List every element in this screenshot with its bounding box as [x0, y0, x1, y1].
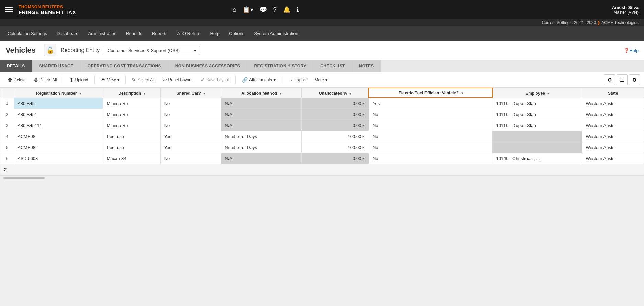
- task-dropdown-icon[interactable]: 📋▾: [243, 6, 253, 13]
- chat-icon[interactable]: 💬: [259, 6, 267, 13]
- tab-shared-usage[interactable]: SHARED USAGE: [32, 60, 81, 72]
- row-number: 2: [0, 109, 14, 120]
- tab-details[interactable]: DETAILS: [0, 60, 32, 72]
- cell-electric-vehicle: No: [369, 153, 492, 164]
- table-row[interactable]: 1A80 B45Minima R5NoN/A0.00%Yes10110 - Du…: [0, 98, 644, 109]
- attachments-dropdown-arrow: ▾: [274, 77, 276, 82]
- sum-label: Σ: [0, 164, 644, 176]
- cell-state: Western Austr: [582, 142, 644, 153]
- top-icons: ⌂ 📋▾ 💬 ? 🔔 ℹ: [233, 6, 299, 13]
- cell-unallocated-pct: 0.00%: [301, 120, 369, 131]
- col-electric-vehicle[interactable]: Electric/Fuel-Efficient Vehicle? ▾: [369, 88, 492, 98]
- more-dropdown-arrow: ▾: [325, 77, 327, 82]
- cell-description: Minima R5: [103, 120, 160, 131]
- cell-reg-num: ASD 5603: [14, 153, 103, 164]
- hamburger-menu[interactable]: [5, 7, 13, 12]
- reset-layout-button[interactable]: ↩ Reset Layout: [159, 75, 196, 84]
- table-row[interactable]: 2A80 B451Minima R5NoN/A0.00%No10110 - Du…: [0, 109, 644, 120]
- tabs-bar: DETAILS SHARED USAGE OPERATING COST TRAN…: [0, 60, 644, 72]
- col-employee[interactable]: Employee ▾: [492, 88, 582, 98]
- tab-operating-cost-transactions[interactable]: OPERATING COST TRANSACTIONS: [81, 60, 168, 72]
- cell-electric-vehicle: No: [369, 109, 492, 120]
- filter-icon-button[interactable]: ⚙: [604, 74, 615, 85]
- cell-unallocated-pct: 0.00%: [301, 109, 369, 120]
- table-row[interactable]: 3A80 B45111Minima R5NoN/A0.00%No10110 - …: [0, 120, 644, 131]
- settings-bar: Current Settings: 2022 - 2023 ❯ ACME Tec…: [0, 19, 644, 26]
- col-shared-car[interactable]: Shared Car? ▾: [160, 88, 221, 98]
- tab-checklist[interactable]: CHECKLIST: [313, 60, 352, 72]
- cell-employee: [492, 131, 582, 142]
- separator-3: [125, 76, 126, 84]
- table-container[interactable]: Registration Number ▾ Description ▾ Shar…: [0, 88, 644, 176]
- reporting-entity-dropdown-arrow: ▾: [194, 48, 196, 53]
- horizontal-scrollbar[interactable]: [0, 176, 644, 180]
- cell-reg-num: A80 B45111: [14, 120, 103, 131]
- col-row-num: [0, 88, 14, 98]
- nav-reports[interactable]: Reports: [147, 26, 173, 41]
- export-button[interactable]: → Export: [285, 75, 310, 84]
- select-all-button[interactable]: ✎ Select All: [129, 75, 158, 84]
- cell-shared-car: No: [160, 153, 221, 164]
- cell-reg-num: A80 B45: [14, 98, 103, 109]
- vehicles-table: Registration Number ▾ Description ▾ Shar…: [0, 88, 644, 176]
- bell-icon[interactable]: 🔔: [283, 6, 290, 13]
- nav-benefits[interactable]: Benefits: [121, 26, 147, 41]
- col-unallocated-pct[interactable]: Unallocated % ▾: [301, 88, 369, 98]
- cell-description: Maxxa X4: [103, 153, 160, 164]
- help-circle-icon[interactable]: ?: [273, 6, 277, 13]
- nav-options[interactable]: Options: [224, 26, 249, 41]
- col-description[interactable]: Description ▾: [103, 88, 160, 98]
- delete-button[interactable]: 🗑 Delete: [4, 75, 29, 84]
- cell-electric-vehicle: No: [369, 142, 492, 153]
- tab-non-business-accessories[interactable]: NON BUSINESS ACCESSORIES: [168, 60, 247, 72]
- row-number: 1: [0, 98, 14, 109]
- cell-description: Pool use: [103, 142, 160, 153]
- attachments-button[interactable]: 🔗 Attachments ▾: [238, 75, 279, 84]
- attachment-icon: 🔗: [242, 77, 248, 83]
- export-icon: →: [288, 77, 293, 83]
- columns-icon-button[interactable]: ☰: [617, 74, 628, 85]
- col-reg-num[interactable]: Registration Number ▾: [14, 88, 103, 98]
- lock-icon[interactable]: 🔓: [44, 44, 56, 56]
- more-button[interactable]: More ▾: [311, 76, 331, 84]
- upload-button[interactable]: ⬆ Upload: [66, 75, 91, 84]
- cell-allocation-method: Number of Days: [221, 142, 302, 153]
- settings-icon-button[interactable]: ⚙: [629, 74, 640, 85]
- home-icon[interactable]: ⌂: [233, 6, 236, 13]
- tab-registration-history[interactable]: REGISTRATION HISTORY: [247, 60, 314, 72]
- table-row[interactable]: 4ACME08Pool useYesNumber of Days100.00%N…: [0, 131, 644, 142]
- main-nav: Calculation Settings Dashboard Administr…: [0, 26, 644, 41]
- nav-administration[interactable]: Administration: [84, 26, 121, 41]
- table-row[interactable]: 5ACME082Pool useYesNumber of Days100.00%…: [0, 142, 644, 153]
- help-link[interactable]: ❓Help: [624, 48, 639, 53]
- delete-all-button[interactable]: ⊗ Delete All: [31, 75, 60, 84]
- reporting-entity-value: Customer Services & Support (CSS): [108, 48, 180, 53]
- top-bar: THOMSON REUTERS FRINGE BENEFIT TAX ⌂ 📋▾ …: [0, 0, 644, 19]
- scrollbar-thumb[interactable]: [3, 177, 45, 179]
- cell-allocation-method: N/A: [221, 98, 302, 109]
- row-number: 5: [0, 142, 14, 153]
- reporting-entity-select[interactable]: Customer Services & Support (CSS) ▾: [104, 46, 200, 55]
- col-allocation-method[interactable]: Allocation Method ▾: [221, 88, 302, 98]
- cell-employee: 10110 - Dupp , Stan: [492, 109, 582, 120]
- nav-help[interactable]: Help: [206, 26, 224, 41]
- nav-system-administration[interactable]: System Administration: [249, 26, 303, 41]
- cell-description: Minima R5: [103, 98, 160, 109]
- row-number: 3: [0, 120, 14, 131]
- nav-calculation-settings[interactable]: Calculation Settings: [3, 26, 52, 41]
- cell-employee: 10140 - Christmas , ...: [492, 153, 582, 164]
- cell-employee: 10110 - Dupp , Stan: [492, 98, 582, 109]
- cell-description: Pool use: [103, 131, 160, 142]
- view-button[interactable]: 👁 View ▾: [97, 75, 123, 84]
- user-role: Master (VVN): [612, 10, 639, 15]
- info-icon[interactable]: ℹ: [297, 6, 299, 13]
- company-name: THOMSON REUTERS: [19, 4, 76, 9]
- cell-shared-car: No: [160, 109, 221, 120]
- save-layout-button[interactable]: ✔ Save Layout: [197, 75, 233, 84]
- table-row[interactable]: 6ASD 5603Maxxa X4NoN/A0.00%No10140 - Chr…: [0, 153, 644, 164]
- cell-unallocated-pct: 100.00%: [301, 142, 369, 153]
- tab-notes[interactable]: NOTES: [352, 60, 381, 72]
- col-state[interactable]: State: [582, 88, 644, 98]
- nav-dashboard[interactable]: Dashboard: [52, 26, 84, 41]
- nav-ato-return[interactable]: ATO Return: [172, 26, 205, 41]
